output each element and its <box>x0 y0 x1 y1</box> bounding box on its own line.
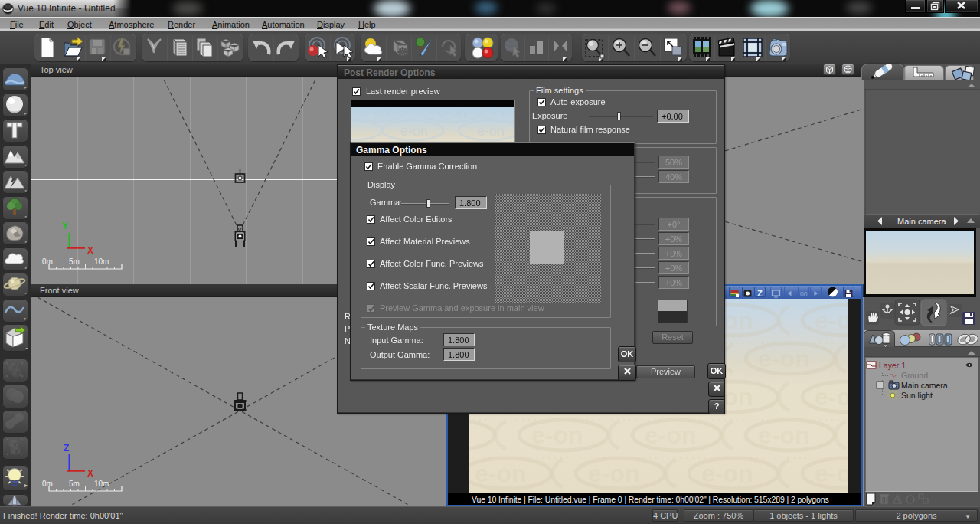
svg-text:5m: 5m <box>69 257 80 266</box>
svg-text:e-on: e-on <box>439 107 466 120</box>
svg-text:5m: 5m <box>69 480 80 488</box>
svg-text:Main camera: Main camera <box>901 381 948 390</box>
svg-text:0m: 0m <box>42 480 53 488</box>
svg-text:10m: 10m <box>94 480 109 488</box>
svg-text:X: X <box>87 245 93 256</box>
svg-text:Layer 1: Layer 1 <box>879 361 906 370</box>
svg-text:Sun light: Sun light <box>901 391 933 400</box>
svg-text:00: 00 <box>800 290 808 298</box>
svg-text:e-on: e-on <box>501 107 514 120</box>
svg-text:10m: 10m <box>94 257 109 266</box>
svg-text:Main camera: Main camera <box>897 217 946 226</box>
svg-text:0m: 0m <box>42 257 53 266</box>
svg-text:X: X <box>87 468 93 479</box>
svg-text:e-on: e-on <box>362 107 390 120</box>
svg-text:Ground: Ground <box>901 371 928 380</box>
svg-text:e-on: e-on <box>477 123 505 139</box>
svg-text:e-on: e-on <box>400 123 428 139</box>
svg-text:Z: Z <box>757 289 763 298</box>
svg-text:Y: Y <box>62 221 68 231</box>
svg-text:Z: Z <box>64 443 69 454</box>
